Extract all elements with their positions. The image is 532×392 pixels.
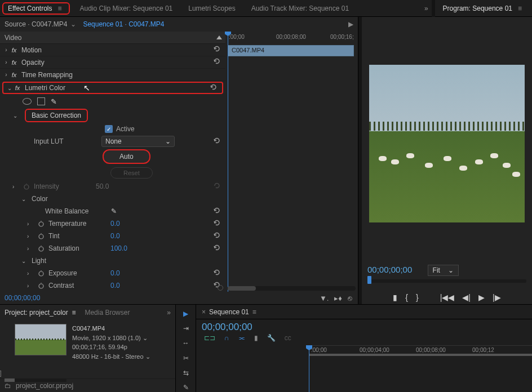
reset-icon[interactable] [210,83,218,93]
reset-icon[interactable] [213,182,221,191]
effect-opacity[interactable]: › fx Opacity [0,56,225,69]
effect-motion[interactable]: › fx Motion [0,44,225,56]
tab-media-browser[interactable]: Media Browser [85,309,130,317]
chevron-down-icon[interactable]: ⌄ [12,113,18,119]
tab-sequence[interactable]: Sequence 01 [209,308,249,316]
reset-button[interactable]: Reset [110,167,153,179]
tab-close-icon[interactable]: × [202,308,206,316]
stopwatch-icon[interactable] [37,244,45,252]
keyframe-icon[interactable]: ▸♦ [334,294,342,302]
reset-icon[interactable] [213,45,221,55]
scrollbar-horizontal[interactable] [228,286,356,291]
rect-mask-icon[interactable] [37,97,45,105]
effect-timecode[interactable]: 00;00;00;00 [5,294,40,302]
ellipse-mask-icon[interactable] [23,98,32,105]
param-value[interactable]: 0.0 [110,220,120,228]
eyedropper-icon[interactable]: ✎ [111,207,117,215]
input-lut-select[interactable]: None ⌄ [101,136,175,147]
stopwatch-icon[interactable] [37,232,45,240]
stopwatch-icon[interactable] [37,269,45,277]
tab-effect-controls[interactable]: Effect Controls ≡ [2,2,70,15]
reset-icon[interactable] [213,244,221,253]
thumb-scrollbar[interactable] [5,378,66,382]
fx-badge-icon[interactable]: fx [14,84,21,91]
zoom-handle-icon[interactable] [218,285,223,291]
overflow-chevron-icon[interactable]: » [167,309,171,317]
chevron-right-icon[interactable]: › [12,184,23,190]
menu-icon[interactable]: ≡ [516,5,524,12]
active-checkbox[interactable]: ✓ [105,125,113,133]
filter-icon[interactable]: ▼. [320,294,329,302]
chevron-right-icon[interactable]: › [27,233,37,239]
menu-icon[interactable]: ≡ [252,308,256,316]
fx-badge-icon[interactable]: fx [10,72,18,78]
sequence-timecode[interactable]: 00;00;00;00 [202,322,252,333]
sequence-playhead[interactable] [309,346,309,392]
menu-icon[interactable]: ≡ [55,5,64,12]
tab-program[interactable]: Program: Sequence 01 ≡ [435,1,532,16]
param-value[interactable]: 0.0 [110,282,120,289]
program-scrollbar[interactable] [367,279,526,283]
tab-audio-clip-mixer[interactable]: Audio Clip Mixer: Sequence 01 [72,1,181,16]
marker-icon[interactable]: ▮ [254,334,258,342]
collapse-icon[interactable] [216,35,222,39]
effect-lumetri-color[interactable]: ⌄ fx Lumetri Color [2,82,223,94]
bin-icon[interactable]: 🗀 [5,382,11,390]
stopwatch-icon[interactable] [23,182,30,190]
reset-icon[interactable] [213,231,221,241]
program-timecode[interactable]: 00;00;00;00 [367,265,412,274]
zoom-select[interactable]: Fit ⌄ [428,265,459,276]
effect-time-remapping[interactable]: › fx Time Remapping [0,69,225,81]
reset-icon[interactable] [213,219,221,229]
export-icon[interactable]: ⎋ [348,294,352,302]
ripple-tool-icon[interactable]: ↔ [180,338,192,348]
overflow-chevron-icon[interactable]: » [424,5,432,12]
source-sequence-link[interactable]: Sequence 01 · C0047.MP4 [83,20,164,28]
slip-tool-icon[interactable]: ⇆ [180,368,192,377]
pen-mask-icon[interactable]: ✎ [51,97,57,106]
tab-lumetri-scopes[interactable]: Lumetri Scopes [180,1,243,16]
fx-badge-icon[interactable]: fx [10,47,18,54]
program-preview[interactable] [369,65,525,222]
mark-out-icon[interactable]: } [416,293,419,302]
basic-correction-header[interactable]: Basic Correction [25,109,88,122]
reset-icon[interactable] [213,137,221,146]
param-value[interactable]: 0.0 [110,269,120,277]
tab-audio-track-mixer[interactable]: Audio Track Mixer: Sequence 01 [243,1,357,16]
play-icon[interactable]: ▶ [348,20,353,28]
chevron-down-icon[interactable]: ⌄ [21,258,26,264]
stopwatch-icon[interactable] [37,220,45,228]
add-marker-icon[interactable]: ▮ [393,293,397,302]
stopwatch-icon[interactable] [37,282,45,289]
nest-icon[interactable]: ⊏⊐ [204,334,215,342]
auto-button[interactable]: Auto [103,149,150,164]
caption-icon[interactable]: cc [285,334,291,342]
param-value[interactable]: 50.0 [96,182,109,190]
fx-badge-icon[interactable]: fx [10,59,18,66]
reset-icon[interactable] [213,269,221,278]
chevron-right-icon[interactable]: › [27,283,37,289]
timeline-clip[interactable]: C0047.MP4 [228,45,354,56]
mark-in-icon[interactable]: { [405,293,408,302]
camera-icon[interactable]: ▣ [0,368,2,377]
play-icon[interactable]: ▶ [478,293,485,302]
sequence-ruler[interactable]: :00;00 00;00;04;00 00;00;08;00 00;00;12 [309,345,532,357]
effect-timeline-ruler[interactable]: :00;00 00;00;08;00 00;00;16; [225,32,358,43]
work-area-bar[interactable] [309,354,532,356]
tab-project[interactable]: Project: project_color ≡ [5,309,76,317]
chevron-right-icon[interactable]: › [27,221,37,227]
razor-tool-icon[interactable]: ✂ [180,354,192,363]
track-select-tool-icon[interactable]: ⇥ [180,324,192,333]
step-back-icon[interactable]: ◀| [462,293,471,302]
pen-tool-icon[interactable]: ✎ [180,383,192,392]
chevron-down-icon[interactable]: ⌄ [70,20,76,28]
step-forward-icon[interactable]: |▶ [493,293,501,302]
reset-icon[interactable] [213,57,221,67]
selection-tool-icon[interactable]: ▶ [180,309,192,318]
chevron-right-icon[interactable]: › [27,246,37,252]
reset-icon[interactable] [213,207,221,216]
chevron-down-icon[interactable]: ⌄ [21,196,26,202]
param-value[interactable]: 0.0 [110,232,120,240]
go-to-in-icon[interactable]: |◀◀ [440,293,455,302]
chevron-right-icon[interactable]: › [27,270,37,277]
